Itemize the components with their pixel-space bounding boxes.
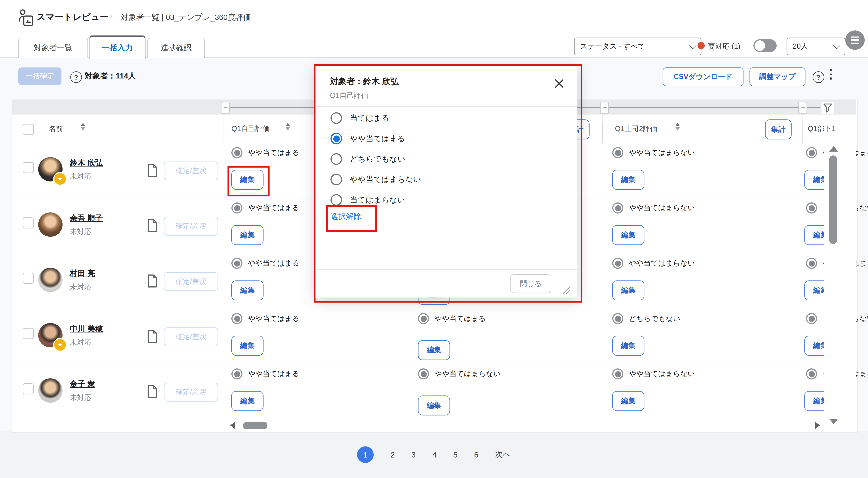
page-5[interactable]: 5 [453,450,458,459]
page-1-active[interactable]: 1 [357,446,374,463]
confirm-return-button[interactable]: 確定/差戻 [164,328,218,346]
row-checkbox[interactable] [23,328,34,339]
edit-button[interactable]: 編集 [612,336,645,355]
document-icon[interactable] [147,330,158,345]
confirm-return-button[interactable]: 確定/差戻 [164,272,218,291]
document-icon[interactable] [147,385,158,401]
q1-boss2-value: やや当てはまらない [612,147,695,158]
edit-button[interactable]: 編集 [612,391,645,411]
confirm-return-button[interactable]: 確定/差戻 [164,217,218,236]
page-4[interactable]: 4 [432,450,437,459]
app-title: スマートレビュー [36,12,108,23]
edit-button[interactable]: 編集 [231,336,264,355]
radio-option[interactable]: 当てはまらない [331,194,405,206]
radio-option[interactable]: やや当てはまらない [331,174,421,185]
status-filter-value: ステータス - すべて [580,41,645,52]
q1-boss2-value: どちらでもない [612,313,681,324]
resize-handle-icon[interactable] [561,285,570,297]
edit-button[interactable]: 編集 [612,280,645,300]
edit-button[interactable]: 編集 [418,340,450,360]
radio-selected-icon [612,258,623,269]
pagination: 1 2 3 4 5 6 次へ [0,439,868,470]
radio-option[interactable]: 当てはまる [331,112,389,124]
scroll-left-arrow[interactable] [230,421,235,429]
table-row: 金子 衆 未対応 確定/差戻 やや当てはまる 編集 やや当てはまらない 編集 や… [12,365,856,420]
page-size-select[interactable]: 20人 [786,38,845,56]
modal-close-button[interactable]: 閉じる [510,274,551,293]
csv-download-button[interactable]: CSVダウンロード [663,67,744,86]
confirm-return-button[interactable]: 確定/差戻 [164,162,218,180]
edit-button[interactable]: 編集 [231,391,264,411]
person-name-link[interactable]: 余吾 順子 [70,213,103,224]
adjust-map-button[interactable]: 調整マップ [749,67,805,86]
radio-option-selected[interactable]: やや当てはまる [331,133,405,144]
person-name-link[interactable]: 鈴木 欣弘 [70,158,103,168]
select-all-checkbox[interactable] [23,124,34,135]
person-name-link[interactable]: 金子 衆 [70,379,95,389]
document-icon[interactable] [147,164,158,179]
vertical-scrollbar[interactable] [829,156,837,244]
column-header-q1-sub1[interactable]: Q1部下1 [808,124,836,134]
star-badge-icon: ★ [53,338,67,352]
help-icon[interactable]: ? [812,71,824,83]
radio-selected-icon [806,313,817,324]
sort-icon[interactable] [675,123,680,131]
column-resize-handle[interactable] [798,102,807,114]
person-name-link[interactable]: 村田 亮 [70,269,95,279]
edit-button[interactable]: 編集 [612,170,645,190]
confirm-return-button[interactable]: 確定/差戻 [164,383,218,402]
radio-icon[interactable] [331,174,342,185]
annotation-box-clear [326,205,377,232]
radio-selected-icon [612,202,623,213]
column-resize-handle[interactable] [600,102,609,114]
annotation-box-modal: 対象者：鈴木 欣弘 Q1自己評価 当てはまる やや当てはまる どちらでもない や… [314,64,582,303]
tab-progress[interactable]: 進捗確認 [147,38,205,58]
aggregate-button[interactable]: 集計 [765,120,792,139]
row-checkbox[interactable] [23,217,34,229]
next-page-link[interactable]: 次へ [495,450,511,460]
tab-bulk-input[interactable]: 一括入力 [89,35,146,59]
chevron-down-icon [833,42,840,49]
page-6[interactable]: 6 [474,450,478,459]
status-filter-select[interactable]: ステータス - すべて [574,38,701,56]
page-3[interactable]: 3 [411,450,416,459]
edit-button[interactable]: 編集 [231,225,264,245]
sort-icon[interactable] [286,123,290,131]
close-icon[interactable] [554,78,565,89]
scroll-right-arrow[interactable] [815,421,820,429]
person-name-link[interactable]: 中川 美穂 [70,324,103,334]
column-header-name[interactable]: 名前 [49,124,63,134]
scroll-down-arrow[interactable] [829,419,838,424]
tab-target-list[interactable]: 対象者一覧 [18,38,88,58]
document-icon[interactable] [147,219,158,235]
help-icon[interactable]: ? [70,71,82,83]
column-resize-handle[interactable] [221,102,230,114]
radio-checked-icon[interactable] [331,133,342,144]
radio-icon[interactable] [331,112,342,124]
row-checkbox[interactable] [23,273,34,284]
status-badge: 未対応 [70,282,91,292]
filter-funnel-icon[interactable] [822,102,834,114]
kebab-menu-icon[interactable] [830,69,832,79]
page-2[interactable]: 2 [391,450,395,459]
edit-button[interactable]: 編集 [418,396,450,415]
column-header-q1-self[interactable]: Q1自己評価 [231,124,270,134]
radio-icon[interactable] [331,153,342,165]
row-checkbox[interactable] [23,383,34,395]
radio-option[interactable]: どちらでもない [331,153,405,165]
scroll-up-arrow[interactable] [829,146,838,151]
horizontal-scrollbar[interactable] [243,422,267,429]
row-checkbox[interactable] [23,162,34,173]
attention-toggle[interactable] [753,39,777,52]
top-bar: スマートレビュー › 対象者一覧 | 03_テンプレ_360度評価 [0,0,868,35]
radio-icon[interactable] [331,194,342,206]
sort-icon[interactable] [81,123,85,131]
q1-self-value: やや当てはまる [231,368,300,379]
edit-button[interactable]: 編集 [612,225,645,245]
edit-button[interactable]: 編集 [231,280,264,300]
column-header-q1-boss2[interactable]: Q1上司2評価 [615,124,657,134]
menu-fab-button[interactable] [845,30,865,50]
target-count-label: 対象者：114人 [85,71,136,81]
document-icon[interactable] [147,274,158,290]
bulk-confirm-button[interactable]: 一括確定 [18,67,62,85]
